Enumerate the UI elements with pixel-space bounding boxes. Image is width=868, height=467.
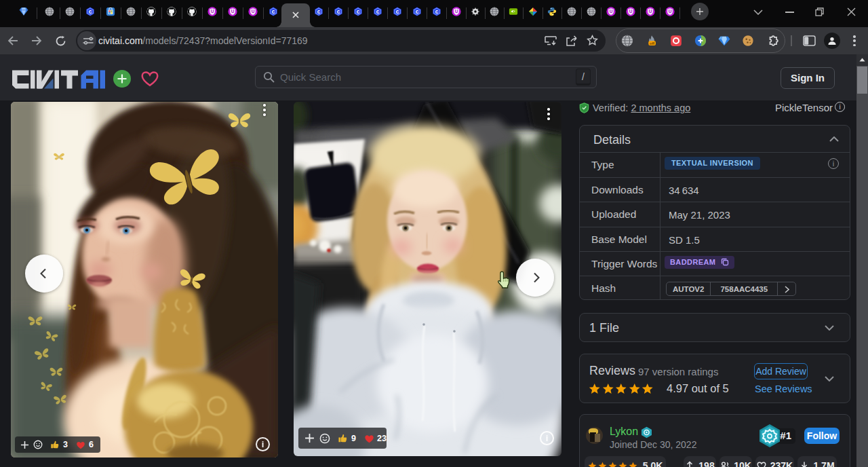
svg-text:U: U bbox=[669, 9, 672, 14]
svg-text:c: c bbox=[357, 8, 360, 15]
svg-text:c: c bbox=[317, 8, 321, 15]
svg-text:c: c bbox=[435, 8, 439, 15]
svg-text:U: U bbox=[610, 9, 613, 14]
svg-text:U: U bbox=[231, 9, 235, 14]
svg-text:c: c bbox=[416, 8, 419, 15]
svg-text:U: U bbox=[649, 9, 652, 14]
svg-text:c: c bbox=[396, 8, 399, 15]
svg-text:c: c bbox=[376, 8, 380, 15]
svg-text:off: off bbox=[650, 41, 654, 45]
svg-text:U: U bbox=[455, 9, 458, 14]
svg-text:c: c bbox=[272, 8, 275, 15]
svg-text:U: U bbox=[252, 9, 255, 14]
svg-text:U: U bbox=[629, 9, 633, 14]
svg-text:U: U bbox=[211, 9, 214, 14]
svg-text:c: c bbox=[89, 8, 92, 15]
svg-text:c: c bbox=[337, 8, 340, 15]
